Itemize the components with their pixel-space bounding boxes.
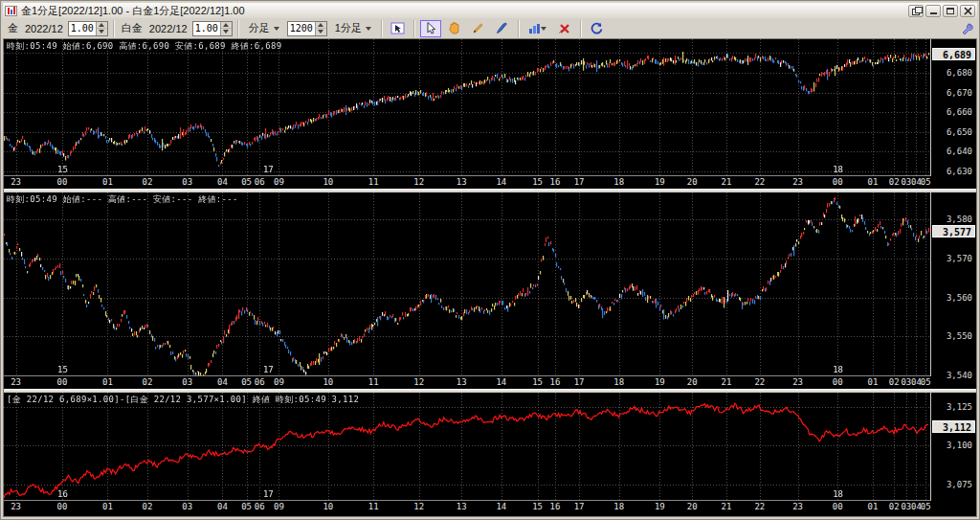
gold-ratio-value: 1.00 xyxy=(69,22,96,35)
refresh-icon xyxy=(590,22,603,34)
platinum-candles-canvas[interactable] xyxy=(4,192,930,375)
gold-price-axis: 6,689 6,6906,6806,6706,6606,6506,6406,63… xyxy=(931,39,976,189)
time-axis-label: 03 xyxy=(901,502,911,511)
time-axis-label: 15 xyxy=(532,177,543,187)
close-icon xyxy=(964,7,972,15)
platinum-month-value[interactable]: 2022/12 xyxy=(147,23,189,34)
time-axis-label: 03 xyxy=(182,177,192,187)
spread-line-canvas[interactable] xyxy=(4,393,930,500)
time-axis-label: 11 xyxy=(368,177,379,187)
bar-count-value: 1200 xyxy=(288,22,315,35)
chart-application-window: 金1分足[2022/12]1.00 - 白金1分足[2022/12]1.00 金… xyxy=(0,0,980,520)
time-axis-label: 18 xyxy=(613,502,624,511)
time-axis-label: 20 xyxy=(687,502,698,511)
chart-type-button[interactable] xyxy=(524,20,551,37)
interval-dropdown[interactable]: 1分足 xyxy=(330,20,376,37)
app-candle-icon xyxy=(5,6,17,16)
pen-tool-button[interactable] xyxy=(492,20,513,37)
float-window-button[interactable] xyxy=(908,5,924,17)
hand-tool-button[interactable] xyxy=(444,20,465,37)
window-title: 金1分足[2022/12]1.00 - 白金1分足[2022/12]1.00 xyxy=(21,4,904,18)
pencil-tool-button[interactable] xyxy=(468,20,489,37)
time-axis-label: 00 xyxy=(833,377,843,387)
time-axis-label: 15 xyxy=(532,377,543,387)
platinum-ratio-spin-buttons[interactable] xyxy=(220,22,232,35)
time-axis-label: 00 xyxy=(57,177,68,187)
gold-candles-canvas[interactable] xyxy=(4,39,930,175)
bar-count-spinner[interactable]: 1200 xyxy=(287,21,327,36)
time-axis-label: 03 xyxy=(901,177,911,187)
time-axis-label: 19 xyxy=(655,177,665,187)
time-axis-label: 05 xyxy=(921,177,931,187)
close-button[interactable] xyxy=(960,5,975,17)
time-axis-label: 03 xyxy=(182,502,192,511)
time-axis-label: 05 xyxy=(241,177,252,187)
minimize-button[interactable] xyxy=(925,5,941,17)
time-axis-label: 12 xyxy=(413,377,424,387)
time-axis-label: 23 xyxy=(792,177,803,187)
settings-button[interactable] xyxy=(961,21,973,38)
platinum-plot[interactable]: 時刻:05:49 始値:--- 高値:--- 安値:--- 終値:--- xyxy=(4,192,931,376)
time-axis-label: 17 xyxy=(574,377,585,387)
spread-line-panel: [金 22/12 6,689×1.00]-[白金 22/12 3,577×1.0… xyxy=(4,393,976,515)
title-bar: 金1分足[2022/12]1.00 - 白金1分足[2022/12]1.00 xyxy=(3,3,977,18)
spread-price-axis: 3,112 3,1253,1003,075 xyxy=(931,393,976,515)
chart-type-icon xyxy=(528,23,541,34)
platinum-candlestick-panel: 時刻:05:49 始値:--- 高値:--- 安値:--- 終値:--- 230… xyxy=(4,192,976,389)
time-axis-label: 06 xyxy=(255,377,265,387)
time-axis-label: 02 xyxy=(143,377,153,387)
time-axis-label: 01 xyxy=(102,502,113,511)
time-axis-label: 04 xyxy=(217,502,228,511)
price-axis-label: 3,540 xyxy=(947,371,972,380)
time-axis-label: 05 xyxy=(241,377,252,387)
time-axis-label: 05 xyxy=(921,502,931,511)
time-axis-label: 00 xyxy=(833,502,843,511)
price-axis-label: 3,125 xyxy=(947,402,972,412)
time-axis-label: 22 xyxy=(754,377,765,387)
chart-cursor-button[interactable] xyxy=(388,20,409,37)
gold-ratio-spin-buttons[interactable] xyxy=(96,22,107,35)
bar-count-spin-buttons[interactable] xyxy=(315,22,326,35)
time-axis-label: 02 xyxy=(889,377,900,387)
time-axis-label: 15 xyxy=(532,502,543,511)
time-axis-label: 12 xyxy=(413,177,424,187)
gold-symbol-label: 金 xyxy=(6,21,20,35)
time-axis-label: 04 xyxy=(217,177,228,187)
time-axis-label: 11 xyxy=(368,502,379,511)
price-axis-label: 3,570 xyxy=(947,254,972,263)
toolbar-separator xyxy=(113,20,115,37)
toolbar-separator xyxy=(518,20,520,37)
price-axis-label: 3,550 xyxy=(947,331,972,341)
time-axis-label: 04 xyxy=(217,377,228,387)
time-axis-label: 22 xyxy=(754,502,765,511)
time-axis-label: 01 xyxy=(102,377,113,387)
price-axis-label: 3,580 xyxy=(947,215,972,224)
spread-plot[interactable]: [金 22/12 6,689×1.00]-[白金 22/12 3,577×1.0… xyxy=(4,393,931,501)
gold-plot[interactable]: 時刻:05:49 始値:6,690 高値:6,690 安値:6,689 終値:6… xyxy=(4,39,931,176)
time-axis-label: 20 xyxy=(687,177,698,187)
toolbar-separator xyxy=(381,20,383,37)
gold-month-value[interactable]: 2022/12 xyxy=(23,23,65,34)
bar-type-dropdown[interactable]: 分足 xyxy=(244,20,284,37)
gold-ohlc-readout: 時刻:05:49 始値:6,690 高値:6,690 安値:6,689 終値:6… xyxy=(7,40,281,53)
platinum-ratio-spinner[interactable]: 1.00 xyxy=(192,21,233,36)
refresh-button[interactable] xyxy=(587,20,608,37)
toolbar: 金 2022/12 1.00 白金 2022/12 1.00 分足 1200 1… xyxy=(3,18,977,38)
time-axis-label: 09 xyxy=(274,377,284,387)
clear-indicator-button[interactable] xyxy=(554,20,575,37)
gold-time-axis: 2300010203040506091011121314151617181920… xyxy=(4,176,931,189)
gold-candlestick-panel: 時刻:05:49 始値:6,690 高値:6,690 安値:6,689 終値:6… xyxy=(4,39,976,189)
select-tool-button[interactable] xyxy=(420,20,441,37)
gold-ratio-spinner[interactable]: 1.00 xyxy=(68,21,108,36)
hand-tool-icon xyxy=(448,22,460,34)
price-axis-label: 3,075 xyxy=(947,480,972,489)
spread-time-axis: 2300010203040506091011121314151617181920… xyxy=(4,501,931,515)
time-axis-label: 01 xyxy=(868,177,879,187)
platinum-ratio-value: 1.00 xyxy=(193,22,220,35)
maximize-button[interactable] xyxy=(943,5,958,17)
time-axis-label: 06 xyxy=(255,502,265,511)
time-axis-label: 13 xyxy=(457,502,467,511)
price-axis-label: 3,100 xyxy=(947,441,972,450)
price-axis-label: 6,650 xyxy=(947,127,972,137)
clear-indicator-icon xyxy=(558,23,570,34)
